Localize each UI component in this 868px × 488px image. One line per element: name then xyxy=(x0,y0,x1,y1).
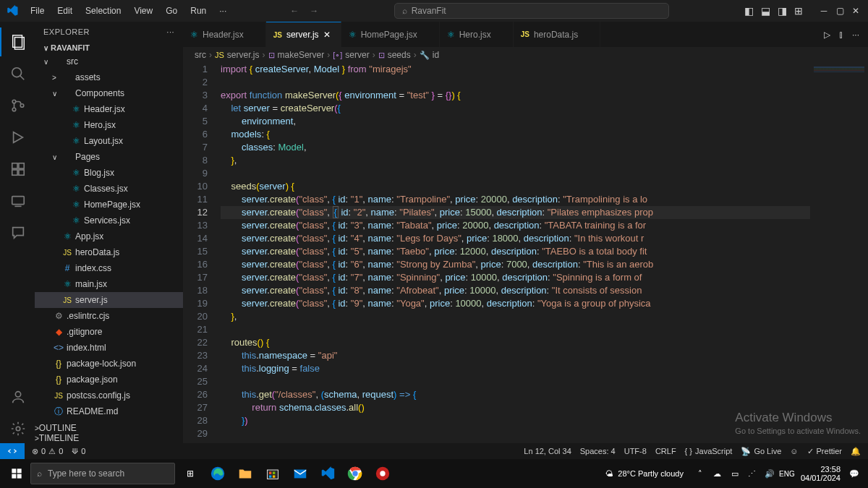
remote-explorer-icon[interactable] xyxy=(0,187,35,215)
language-icon[interactable]: ENG xyxy=(779,470,795,478)
edge-icon[interactable] xyxy=(205,463,230,484)
clock[interactable]: 23:58 04/01/2024 xyxy=(796,465,845,482)
tree-item[interactable]: JSheroData.js xyxy=(35,244,183,260)
notifications-tray-icon[interactable]: 💬 xyxy=(846,469,862,479)
show-hidden-icon[interactable]: ˄ xyxy=(692,469,708,479)
menu-edit[interactable]: Edit xyxy=(51,3,78,19)
feedback-icon[interactable]: ☺ xyxy=(790,447,798,455)
split-icon[interactable]: ⫿ xyxy=(839,30,843,40)
tree-item[interactable]: {}package-lock.json xyxy=(35,356,183,372)
tree-item[interactable]: <>index.html xyxy=(35,340,183,356)
port-status[interactable]: ⟱0 xyxy=(72,447,85,456)
tree-item[interactable]: >assets xyxy=(35,69,183,85)
close-icon[interactable]: ✕ xyxy=(849,6,862,16)
tree-item[interactable]: #index.css xyxy=(35,260,183,276)
minimize-icon[interactable]: ─ xyxy=(817,6,830,16)
tree-item[interactable]: ∨src xyxy=(35,53,183,69)
tree-item[interactable]: ∨Components xyxy=(35,85,183,101)
tree-item[interactable]: ⚛App.jsx xyxy=(35,228,183,244)
tree-item[interactable]: ∨Pages xyxy=(35,149,183,165)
workspace-root[interactable]: ∨ RAVANFIT xyxy=(35,42,183,53)
menu-···[interactable]: ··· xyxy=(213,3,232,19)
tab[interactable]: ⚛Hero.jsx✕ xyxy=(440,22,514,47)
tab[interactable]: ⚛Header.jsx✕ xyxy=(183,22,266,47)
language-mode[interactable]: { }JavaScript xyxy=(685,447,733,455)
indentation[interactable]: Spaces: 4 xyxy=(580,447,616,455)
breadcrumb[interactable]: src›JS server.js›⊡ makeServer›[∘] server… xyxy=(183,47,868,63)
chrome-canary-icon[interactable] xyxy=(370,463,395,484)
tree-item[interactable]: ◆.gitignore xyxy=(35,324,183,340)
problems-status[interactable]: ⊗0 ⚠0 xyxy=(32,447,63,456)
eol[interactable]: CRLF xyxy=(655,447,676,455)
more-icon[interactable]: ··· xyxy=(166,27,174,36)
nav-arrows[interactable]: ← → xyxy=(290,6,318,16)
store-icon[interactable] xyxy=(260,463,285,484)
tree-item[interactable]: ⚙.eslintrc.cjs xyxy=(35,308,183,324)
notifications-icon[interactable]: 🔔 xyxy=(851,447,861,456)
tab[interactable]: JSserver.js✕ xyxy=(266,22,341,47)
more-tab-icon[interactable]: ··· xyxy=(852,30,859,40)
file-explorer-icon[interactable] xyxy=(233,463,258,484)
chat-icon[interactable] xyxy=(0,218,35,247)
tab[interactable]: JSheroData.js✕ xyxy=(514,22,601,47)
menu-file[interactable]: File xyxy=(25,3,50,19)
menu-run[interactable]: Run xyxy=(184,3,212,19)
run-debug-icon[interactable] xyxy=(0,123,35,152)
tree-item[interactable]: ⚛Hero.jsx xyxy=(35,117,183,133)
layout-bottom-icon[interactable]: ⬓ xyxy=(761,5,770,17)
timeline-header[interactable]: >TIMELINE xyxy=(35,433,183,443)
remote-indicator-icon[interactable] xyxy=(0,443,25,459)
tree-item[interactable]: ⚛Header.jsx xyxy=(35,101,183,117)
prettier-status[interactable]: ✓Prettier xyxy=(807,447,842,456)
cursor-position[interactable]: Ln 12, Col 34 xyxy=(524,447,571,455)
search-act-icon[interactable] xyxy=(0,59,35,88)
mail-icon[interactable] xyxy=(288,463,312,484)
extensions-icon[interactable] xyxy=(0,155,35,184)
close-tab-icon[interactable]: ✕ xyxy=(323,30,333,40)
tree-item[interactable]: ⚛Blog.jsx xyxy=(35,165,183,181)
maximize-icon[interactable]: ▢ xyxy=(833,6,846,16)
layout-right-icon[interactable]: ◨ xyxy=(778,5,787,17)
source-control-icon[interactable] xyxy=(0,91,35,120)
chrome-icon[interactable] xyxy=(343,463,367,484)
forward-icon[interactable]: → xyxy=(310,6,318,16)
run-icon[interactable]: ▷ xyxy=(824,30,830,40)
tree-item[interactable]: ⚛Layout.jsx xyxy=(35,133,183,149)
tree-item[interactable]: ⚛Services.jsx xyxy=(35,213,183,228)
minimap[interactable] xyxy=(810,63,868,443)
taskbar-search[interactable]: ⌕ Type here to search xyxy=(30,463,175,484)
go-live[interactable]: 📡Go Live xyxy=(741,447,781,456)
onedrive-icon[interactable]: ☁ xyxy=(710,469,726,479)
tree-item[interactable]: ⚛Classes.jsx xyxy=(35,181,183,197)
react-icon: ⚛ xyxy=(69,120,82,130)
command-center[interactable]: ⌕ RavanFit xyxy=(318,3,744,19)
outline-header[interactable]: >OUTLINE xyxy=(35,423,183,433)
code-content[interactable]: import { createServer, Model } from "mir… xyxy=(221,63,810,443)
task-view-icon[interactable]: ⊞ xyxy=(178,463,203,484)
start-button-icon[interactable] xyxy=(6,468,27,479)
volume-icon[interactable]: 🔊 xyxy=(762,469,778,479)
menu-selection[interactable]: Selection xyxy=(80,3,127,19)
account-icon[interactable] xyxy=(0,382,35,411)
layout-left-icon[interactable]: ◧ xyxy=(744,5,754,17)
layout-custom-icon[interactable]: ⊞ xyxy=(794,5,803,17)
explorer-icon[interactable] xyxy=(0,27,35,56)
settings-gear-icon[interactable] xyxy=(0,414,35,443)
tree-item[interactable]: {}package.json xyxy=(35,372,183,388)
wifi-icon[interactable]: ⋰ xyxy=(744,469,760,479)
tab[interactable]: ⚛HomePage.jsx✕ xyxy=(341,22,440,47)
back-icon[interactable]: ← xyxy=(290,6,299,16)
tree-item[interactable]: ⓘREADME.md xyxy=(35,403,183,419)
battery-icon[interactable]: ▭ xyxy=(727,469,743,479)
menu-view[interactable]: View xyxy=(128,3,158,19)
windows-watermark: Activate Windows Go to Settings to activ… xyxy=(735,411,861,437)
tree-item[interactable]: ⚛main.jsx xyxy=(35,276,183,292)
tree-item[interactable]: JSpostcss.config.js xyxy=(35,388,183,403)
encoding[interactable]: UTF-8 xyxy=(624,447,647,455)
vscode-taskbar-icon[interactable] xyxy=(315,463,340,484)
tree-item[interactable]: ⚛HomePage.jsx xyxy=(35,197,183,213)
code-editor[interactable]: 1234567891011121314151617181920212223242… xyxy=(183,63,868,443)
tree-item[interactable]: JSserver.js xyxy=(35,292,183,308)
menu-go[interactable]: Go xyxy=(160,3,183,19)
weather-widget[interactable]: 🌤 28°C Partly cloudy xyxy=(605,469,684,478)
